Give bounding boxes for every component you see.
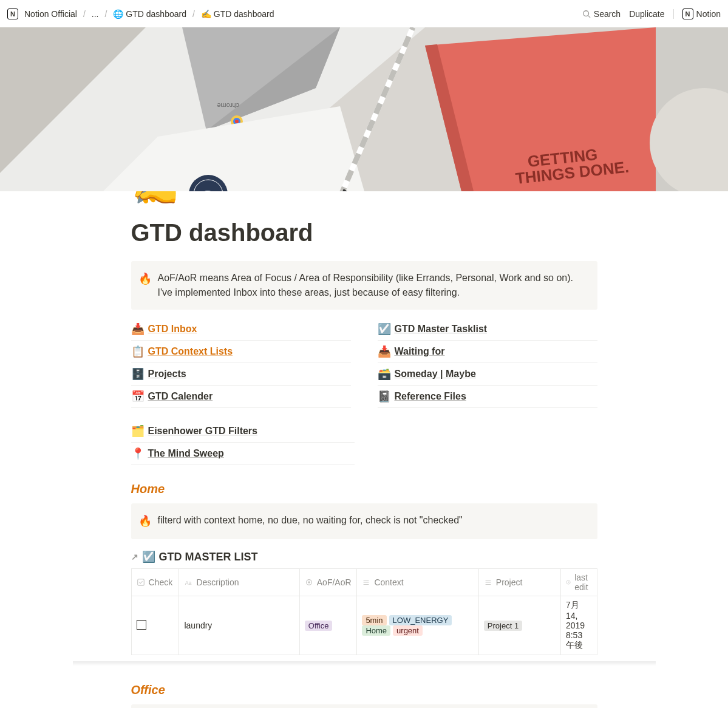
col-label: Check [149, 577, 173, 587]
intro-callout: 🔥 AoF/AoR means Area of Focus / Area of … [131, 261, 597, 310]
breadcrumb-current[interactable]: ✍️ GTD dashboard [199, 8, 277, 20]
select-column-icon [305, 578, 313, 587]
divider [131, 407, 351, 408]
col-check[interactable]: Check [131, 569, 179, 596]
inbox-icon: 📥 [131, 322, 143, 336]
svg-text:chrome: chrome [217, 102, 239, 109]
breadcrumb: N Notion Official / ... / 🌐 GTD dashboar… [7, 8, 276, 20]
breadcrumb-workspace[interactable]: Notion Official [22, 8, 80, 20]
divider [131, 442, 355, 443]
link-label: Reference Files [395, 391, 466, 402]
page-cover: chrome P GETTING THINGS DONE. [0, 27, 728, 191]
svg-rect-24 [137, 579, 144, 586]
tag-office: Office [305, 621, 333, 631]
calendar-icon: 📅 [131, 390, 143, 403]
office-callout: 🔥 filterd with context office, no due, n… [131, 704, 597, 708]
col-label: AoF/AoR [317, 577, 352, 587]
cell-context[interactable]: 5minLOW_ENERGYHomeurgent [357, 596, 478, 655]
svg-point-9 [235, 120, 239, 123]
svg-point-0 [583, 10, 589, 16]
link-label: The Mind Sweep [148, 448, 224, 459]
col-lastedit[interactable]: last edit [560, 569, 597, 596]
link-label: GTD Master Tasklist [395, 324, 488, 335]
tag-low-energy: LOW_ENERGY [389, 615, 452, 625]
globe-icon: 🌐 [113, 9, 123, 19]
checkbox-icon: ☑️ [378, 322, 390, 336]
fire-icon: 🔥 [138, 271, 152, 300]
cell-project[interactable]: Project 1 [478, 596, 560, 655]
linked-db-header[interactable]: ↗ ☑️ GTD MASTER LIST [131, 550, 597, 563]
home-callout: 🔥 filterd with context home, no due, no … [131, 503, 597, 539]
drawer-icon: 🗄️ [131, 367, 143, 381]
link-context-lists[interactable]: 📋GTD Context Lists [131, 343, 351, 360]
callout-text: filterd with context home, no due, no wa… [158, 513, 463, 529]
link-master-tasklist[interactable]: ☑️GTD Master Tasklist [378, 321, 597, 338]
file-box-icon: 🗃️ [378, 367, 390, 381]
divider [378, 340, 597, 341]
link-label: GTD Calender [148, 391, 213, 402]
multiselect-column-icon [362, 578, 370, 587]
search-button[interactable]: Search [582, 9, 621, 19]
link-column-left: 📥GTD Inbox 📋GTD Context Lists 🗄️Projects… [131, 321, 351, 410]
clipboard-icon: 📋 [131, 345, 143, 358]
breadcrumb-separator: / [104, 9, 107, 19]
tag-5min: 5min [362, 615, 386, 625]
inbox-icon: 📥 [378, 345, 390, 358]
link-gtd-inbox[interactable]: 📥GTD Inbox [131, 321, 351, 338]
notion-link[interactable]: N Notion [682, 9, 721, 19]
link-projects[interactable]: 🗄️Projects [131, 366, 351, 383]
fire-icon: 🔥 [138, 513, 152, 529]
notebook-icon: 📓 [378, 390, 390, 403]
checkbox[interactable] [137, 620, 146, 630]
col-label: last edit [574, 573, 591, 592]
breadcrumb-ellipsis[interactable]: ... [89, 8, 101, 20]
col-aof[interactable]: AoF/AoR [299, 569, 357, 596]
db-title: GTD MASTER LIST [159, 551, 258, 563]
link-mind-sweep[interactable]: 📍The Mind Sweep [131, 445, 355, 462]
checkbox-icon: ☑️ [142, 550, 155, 563]
svg-line-1 [588, 15, 590, 18]
svg-text:Aa: Aa [185, 580, 192, 586]
scroll-shadow [73, 661, 656, 666]
duplicate-button[interactable]: Duplicate [629, 9, 664, 19]
col-label: Description [196, 577, 239, 587]
notion-logo-icon: N [682, 9, 693, 19]
divider [378, 385, 597, 386]
search-label: Search [594, 9, 621, 19]
table-row[interactable]: laundry Office 5minLOW_ENERGYHomeurgent … [131, 596, 597, 655]
checkbox-column-icon [137, 578, 145, 587]
breadcrumb-current-label: GTD dashboard [214, 9, 274, 19]
svg-text:P: P [205, 187, 212, 191]
link-reference[interactable]: 📓Reference Files [378, 388, 597, 405]
col-description[interactable]: AaDescription [179, 569, 299, 596]
link-waiting-for[interactable]: 📥Waiting for [378, 343, 597, 360]
col-label: Context [374, 577, 403, 587]
tag-project: Project 1 [484, 621, 522, 631]
col-context[interactable]: Context [357, 569, 478, 596]
breadcrumb-separator: / [83, 9, 86, 19]
col-label: Project [496, 577, 523, 587]
breadcrumb-parent[interactable]: 🌐 GTD dashboard [111, 8, 189, 20]
page-title[interactable]: GTD dashboard [131, 219, 597, 247]
cell-lastedit[interactable]: 7月 14, 2019 8:53 午後 [560, 596, 597, 655]
link-eisenhower[interactable]: 🗂️Eisenhower GTD Filters [131, 423, 355, 440]
callout-text: AoF/AoR means Area of Focus / Area of Re… [158, 271, 588, 300]
cell-check[interactable] [131, 596, 179, 655]
writing-hand-icon: ✍️ [201, 9, 211, 19]
link-arrow-icon: ↗ [131, 552, 138, 562]
divider [378, 407, 597, 408]
tag-home: Home [362, 625, 390, 636]
link-label: GTD Inbox [148, 324, 197, 335]
col-project[interactable]: Project [478, 569, 560, 596]
link-label: Eisenhower GTD Filters [148, 426, 257, 437]
section-office-heading: Office [131, 683, 597, 697]
master-list-table: Check AaDescription AoF/AoR Context Proj… [131, 568, 597, 655]
link-calendar[interactable]: 📅GTD Calender [131, 388, 351, 405]
multiselect-column-icon [484, 578, 492, 587]
cell-aof[interactable]: Office [299, 596, 357, 655]
cell-description[interactable]: laundry [179, 596, 299, 655]
link-someday[interactable]: 🗃️Someday | Maybe [378, 366, 597, 383]
link-column-right: ☑️GTD Master Tasklist 📥Waiting for 🗃️Som… [378, 321, 597, 410]
section-home-heading: Home [131, 482, 597, 496]
link-label: Someday | Maybe [395, 369, 476, 380]
